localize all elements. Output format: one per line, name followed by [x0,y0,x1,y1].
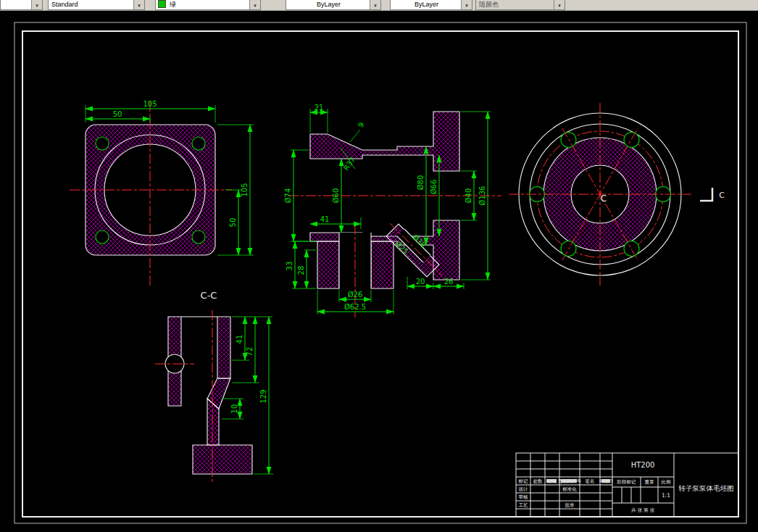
end-view: C C [509,103,725,286]
section-label: C [719,191,725,200]
dimension-text: 21 [315,104,324,112]
bottom-port-wall [317,241,339,288]
dimension-text: Ø40 [465,188,472,204]
dimension-text: Ø60 [332,188,340,204]
layer-combobox[interactable]: ▼ [0,0,43,10]
linetype-dropdown-arrow-icon[interactable]: ▼ [370,0,380,9]
view-title: C-C [201,290,217,301]
dimension-text: 72 [246,347,254,357]
lineweight-value: ByLayer [391,1,461,9]
lineweight-combobox[interactable]: ByLayer ▼ [390,0,472,10]
title-block: 标记 处数 分区 更改文件号 签名 年月日 设计 标准化 审核 工艺 批准 HT… [516,453,738,517]
dimension-text: 33 [286,262,293,271]
section-view: 21 9 R37 Ø74 41 Ø60 Ø80 Ø66 Ø40 Ø136 33 … [284,104,501,317]
plotstyle-combobox: 随颜色 ▼ [475,0,565,10]
color-combobox[interactable]: 绿 ▼ [155,0,261,10]
dimension-text: Ø26 [348,291,363,299]
bolt-hole [624,241,639,257]
layer-dropdown-arrow-icon[interactable]: ▼ [31,0,42,9]
scale-value: 1:1 [662,492,670,499]
drawing-svg: 105 50 105 50 21 9 R37 [0,10,758,532]
dimension-text: 105 [241,183,249,196]
titleblock-label: 签名 [586,478,595,484]
linetype-value: ByLayer [286,1,370,9]
upper-section-body [310,112,459,171]
style-combobox[interactable]: Standard ▼ [48,0,145,10]
dimension-text: 41 [320,215,330,223]
color-swatch-icon [158,0,166,8]
cc-foot [193,445,252,474]
bolt-hole [192,137,205,150]
dimension-text: Ø74 [284,188,292,204]
dimension-text: Ø80 [417,175,425,191]
lineweight-dropdown-arrow-icon[interactable]: ▼ [461,0,472,9]
titleblock-label: 标准化 [562,486,577,492]
color-value: 绿 [167,1,249,9]
bolt-hole [561,133,576,148]
dimension-text: 41 [236,335,243,344]
style-dropdown-arrow-icon[interactable]: ▼ [133,0,144,9]
dimension-text: 28 [297,266,305,275]
plotstyle-value: 随颜色 [476,1,554,9]
titleblock-label: 阶段标记 [617,479,637,485]
titleblock-label: 标记 [518,478,529,484]
cc-section-view: C-C 41 72 129 10 [155,290,273,484]
bolt-hole [561,241,576,257]
titleblock-label: 工艺 [519,502,529,508]
section-label: C [601,194,607,204]
sheet-info: 共 张 第 张 [631,507,655,513]
titleblock-label: 重量 [645,479,655,485]
dimension-text: Ø136 [478,186,486,206]
titleblock-label: 批准 [565,502,575,508]
titleblock-label: 设计 [519,486,529,492]
plotstyle-dropdown-arrow-icon: ▼ [554,0,565,9]
dimension-text: 129 [259,389,267,403]
style-value: Standard [49,1,133,9]
titleblock-label: 处数 [533,478,543,484]
bolt-hole [624,133,639,148]
dimension-text: Ø66 [430,180,438,195]
signature-redaction [601,479,610,483]
cc-wall [217,317,230,378]
cutting-plane-icon [700,188,712,201]
signature-redaction [561,479,577,483]
bolt-hole [96,137,109,150]
dimension-text: 50 [229,218,237,228]
front-view: 105 50 105 50 [70,100,254,287]
bolt-hole [192,230,205,244]
dimension-text: 105 [143,100,157,108]
dimension-text: Ø62.5 [344,303,366,311]
material-value: HT200 [631,461,655,469]
color-dropdown-arrow-icon[interactable]: ▼ [249,0,260,9]
signature-redaction [546,479,557,483]
linetype-combobox[interactable]: ByLayer ▼ [286,0,381,10]
model-space-canvas[interactable]: 105 50 105 50 21 9 R37 [0,10,758,532]
dimension-text: 26 [444,278,454,286]
dimension-text: 50 [113,110,122,118]
dimension-text: 20 [416,278,425,286]
titleblock-label: 审核 [519,494,529,500]
bolt-hole [96,230,109,244]
properties-toolbar: ▼ Standard ▼ 绿 ▼ ByLayer ▼ ByLayer ▼ 随颜色… [0,0,758,11]
bottom-port-wall [371,241,393,288]
layer-value [1,9,31,9]
dimension-text: 10 [230,404,238,414]
dimension-text: 9 [357,121,366,129]
drawing-title: 转子泵泵体毛坯图 [679,484,734,492]
titleblock-label: 比例 [662,479,671,485]
